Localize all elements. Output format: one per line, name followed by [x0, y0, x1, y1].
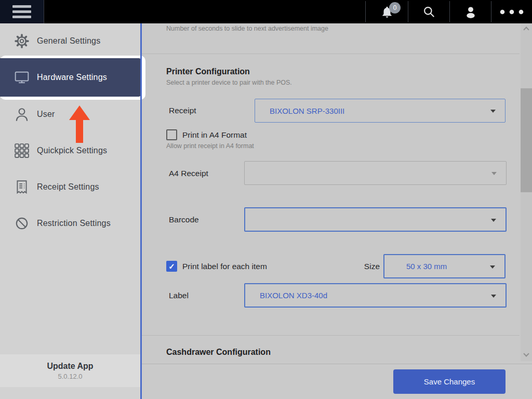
chevron-down-icon — [491, 219, 496, 222]
label-select[interactable]: BIXOLON XD3-40d — [244, 283, 507, 308]
save-changes-button[interactable]: Save Changes — [393, 369, 506, 394]
no-entry-icon — [14, 216, 30, 231]
sidebar-item-general-settings[interactable]: General Settings — [0, 30, 140, 52]
sidebar-item-user[interactable]: User — [0, 103, 140, 126]
notifications-button[interactable]: 0 — [366, 0, 408, 23]
size-select[interactable]: 50 x 30 mm — [383, 254, 506, 278]
section-divider — [142, 335, 520, 336]
sidebar-content-divider — [140, 23, 142, 399]
printer-section-title: Printer Configuration — [166, 67, 250, 76]
gear-icon — [14, 33, 30, 49]
app-version: 5.0.12.0 — [58, 373, 83, 380]
print-label-checkbox[interactable]: ✓ — [166, 261, 177, 272]
sidebar-item-label: Receipt Settings — [37, 182, 99, 192]
sidebar-item-label: User — [37, 110, 55, 119]
print-a4-helper-text: Allow print receipt in A4 format — [166, 142, 254, 150]
settings-sidebar: General Settings Hardware Settings User — [0, 23, 140, 399]
receipt-label: Receipt — [169, 106, 196, 115]
more-options-button[interactable] — [491, 0, 532, 23]
print-label-checkbox-label: Print label for each item — [182, 262, 267, 271]
grid-icon — [14, 143, 30, 158]
barcode-label: Barcode — [169, 215, 199, 224]
print-a4-checkbox[interactable] — [166, 129, 177, 140]
update-app-button[interactable]: Update App 5.0.12.0 — [0, 354, 140, 387]
label-select-value: BIXOLON XD3-40d — [260, 291, 327, 300]
checkmark-icon: ✓ — [168, 262, 175, 271]
sidebar-item-label: Quickpick Settings — [37, 146, 107, 155]
search-button[interactable] — [408, 0, 449, 23]
print-a4-checkbox-label: Print in A4 Format — [182, 130, 247, 140]
sidebar-item-label: Restriction Settings — [37, 219, 111, 228]
chevron-down-icon — [491, 295, 496, 298]
vertical-scrollbar[interactable] — [521, 23, 532, 361]
a4-receipt-label: A4 Receipt — [169, 169, 208, 178]
settings-content: Number of seconds to slide to next adver… — [142, 23, 532, 399]
sidebar-item-restriction-settings[interactable]: Restriction Settings — [0, 212, 140, 235]
advertisement-helper-text: Number of seconds to slide to next adver… — [166, 25, 328, 32]
chevron-down-icon — [490, 265, 495, 269]
person-icon — [14, 107, 30, 122]
receipt-icon — [14, 179, 30, 195]
size-label: Size — [360, 262, 380, 271]
chevron-down-icon — [490, 110, 496, 113]
update-app-label: Update App — [47, 362, 93, 371]
top-app-bar: 0 — [0, 0, 532, 23]
section-divider — [142, 54, 520, 54]
account-button[interactable] — [450, 0, 491, 23]
receipt-select[interactable]: BIXOLON SRP-330III — [255, 99, 506, 123]
menu-button[interactable] — [0, 0, 44, 23]
content-footer: Save Changes — [142, 364, 532, 399]
sidebar-item-receipt-settings[interactable]: Receipt Settings — [0, 176, 140, 198]
monitor-icon — [14, 70, 30, 85]
search-icon — [422, 5, 436, 19]
ellipsis-icon — [499, 9, 525, 15]
receipt-select-value: BIXOLON SRP-330III — [270, 107, 344, 115]
cashdrawer-section-title: Cashdrawer Configuration — [166, 348, 271, 357]
barcode-select[interactable] — [244, 207, 507, 232]
sidebar-item-label: Hardware Settings — [37, 73, 107, 82]
a4-receipt-select[interactable] — [244, 161, 507, 185]
account-icon — [463, 5, 478, 19]
notification-badge: 0 — [389, 2, 401, 14]
sidebar-item-label: General Settings — [37, 36, 100, 46]
size-select-value: 50 x 30 mm — [406, 262, 447, 271]
scrollbar-thumb[interactable] — [521, 88, 532, 192]
hamburger-icon — [12, 5, 31, 8]
label-label: Label — [169, 291, 189, 300]
scroll-region: Number of seconds to slide to next adver… — [142, 23, 532, 364]
scroll-up-icon[interactable] — [523, 26, 529, 32]
sidebar-item-quickpick-settings[interactable]: Quickpick Settings — [0, 139, 140, 162]
scroll-down-icon[interactable] — [523, 351, 529, 356]
printer-section-subtitle: Select a printer device to pair with the… — [166, 79, 292, 86]
chevron-down-icon — [491, 172, 497, 175]
sidebar-item-hardware-settings[interactable]: Hardware Settings — [0, 58, 141, 97]
